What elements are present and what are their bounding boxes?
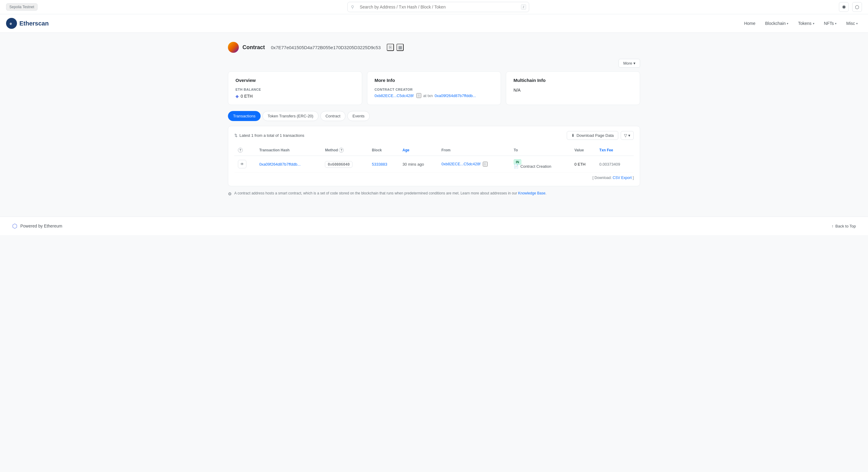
top-bar: Sepolia Testnet ⚲ / ✺ ⬡ <box>0 0 868 14</box>
more-button[interactable]: More ▾ <box>619 59 640 68</box>
knowledge-base-link[interactable]: Knowledge Base <box>518 191 546 195</box>
nav-misc[interactable]: Misc ▾ <box>842 18 862 29</box>
row-block-cell: 5333883 <box>368 156 399 173</box>
eth-balance-label: ETH BALANCE <box>236 88 354 91</box>
table-row: 👁 0xa09f264d87b7ffddb... 0x60806040 5333… <box>234 156 634 173</box>
footer: ⬡ Powered by Ethereum ↑ Back to Top <box>0 216 868 235</box>
svg-text:e: e <box>10 21 12 26</box>
tab-events[interactable]: Events <box>347 111 370 121</box>
csv-export-link[interactable]: CSV Export <box>613 176 632 180</box>
testnet-badge[interactable]: Sepolia Testnet <box>6 3 38 10</box>
table-header-row: ? Transaction Hash Method ? Block Age Fr… <box>234 145 634 156</box>
filter-button[interactable]: ▽ ▾ <box>621 131 634 140</box>
info-note-icon: ⚙ <box>228 191 232 197</box>
transactions-section: ⇅ Latest 1 from a total of 1 transaction… <box>228 126 640 186</box>
contract-creation-cell: 📄 Contract Creation <box>514 164 567 169</box>
tx-actions: ⬇ Download Page Data ▽ ▾ <box>567 131 634 140</box>
eth-icon-button[interactable]: ⬡ <box>852 2 862 12</box>
row-hash-cell: 0xa09f264d87b7ffddb... <box>255 156 321 173</box>
info-note: ⚙ A contract address hosts a smart contr… <box>228 186 640 198</box>
eth-balance-amount: 0 ETH <box>241 94 253 98</box>
copy-address-button[interactable]: ⎘ <box>387 44 394 51</box>
nav-blockchain[interactable]: Blockchain ▾ <box>761 18 793 29</box>
contract-icon: 📄 <box>514 164 519 169</box>
tab-token-transfers[interactable]: Token Transfers (ERC-20) <box>262 111 318 121</box>
contract-header: Contract 0x7E77e041505D4a772B055e170D320… <box>228 39 640 59</box>
nav-nfts[interactable]: NFTs ▾ <box>820 18 841 29</box>
row-age-cell: 30 mins ago <box>399 156 438 173</box>
csv-download-row: [ Download: CSV Export ] <box>234 173 634 181</box>
top-bar-icons: ✺ ⬡ <box>839 2 862 12</box>
tx-summary: ⇅ Latest 1 from a total of 1 transaction… <box>234 133 304 138</box>
logo[interactable]: e Etherscan <box>6 14 49 32</box>
at-txn-text: at txn <box>423 93 433 98</box>
row-eye-cell: 👁 <box>234 156 255 173</box>
more-info-title: More Info <box>375 78 494 83</box>
col-from: From <box>438 145 510 156</box>
method-help-icon[interactable]: ? <box>339 148 344 153</box>
overview-card-title: Overview <box>236 78 354 83</box>
tx-summary-text: Latest 1 from a total of 1 transactions <box>240 133 304 138</box>
creator-address-link[interactable]: 0xb82ECE...C5dc428f <box>375 93 414 98</box>
copy-creator-button[interactable]: ⎘ <box>416 93 421 98</box>
powered-by-text: Powered by Ethereum <box>20 224 62 229</box>
download-icon: ⬇ <box>571 133 575 138</box>
download-label: Download Page Data <box>577 133 614 138</box>
more-info-card: More Info CONTRACT CREATOR 0xb82ECE...C5… <box>367 71 501 105</box>
csv-label: [ Download: <box>592 176 612 180</box>
info-cards: Overview ETH BALANCE ◆ 0 ETH More Info C… <box>228 71 640 105</box>
chevron-down-icon: ▾ <box>856 22 858 25</box>
contract-address: 0x7E77e041505D4a772B055e170D3205D3225D9c… <box>271 45 381 50</box>
footer-left: ⬡ Powered by Ethereum <box>12 223 62 230</box>
copy-from-button[interactable]: ⎘ <box>483 162 488 167</box>
col-hash: Transaction Hash <box>255 145 321 156</box>
multichain-title: Multichain Info <box>514 78 632 83</box>
eth-diamond-icon: ◆ <box>236 94 239 98</box>
more-label: More <box>623 61 632 65</box>
col-method: Method ? <box>321 145 368 156</box>
col-to: To <box>510 145 571 156</box>
arrow-up-icon: ↑ <box>832 224 834 229</box>
multichain-value: N/A <box>514 88 632 92</box>
theme-toggle-button[interactable]: ✺ <box>839 2 848 12</box>
col-block: Block <box>368 145 399 156</box>
logo-icon: e <box>6 18 17 29</box>
row-value-cell: 0 ETH <box>571 156 595 173</box>
more-section: More ▾ <box>228 59 640 68</box>
tab-contract[interactable]: Contract <box>320 111 345 121</box>
filter-icon: ▽ <box>624 133 627 138</box>
back-to-top-link[interactable]: ↑ Back to Top <box>832 224 856 229</box>
chevron-down-icon: ▾ <box>835 22 836 25</box>
from-address-link[interactable]: 0xb82ECE...C5dc428f <box>441 162 480 166</box>
creator-row: 0xb82ECE...C5dc428f ⎘ at txn 0xa09f264d8… <box>375 93 494 98</box>
row-method-cell: 0x60806040 <box>321 156 368 173</box>
sort-icon: ⇅ <box>234 133 238 138</box>
header-actions: ⎘ ▦ <box>387 44 404 51</box>
eye-button[interactable]: 👁 <box>238 160 246 168</box>
search-shortcut: / <box>521 4 526 10</box>
contract-label: Contract <box>243 44 265 51</box>
transactions-table: ? Transaction Hash Method ? Block Age Fr… <box>234 145 634 173</box>
method-badge: 0x60806040 <box>325 161 352 168</box>
qr-code-button[interactable]: ▦ <box>396 44 404 51</box>
overview-card: Overview ETH BALANCE ◆ 0 ETH <box>228 71 362 105</box>
help-icon[interactable]: ? <box>238 148 243 153</box>
nav-tokens[interactable]: Tokens ▾ <box>794 18 818 29</box>
row-fee-cell: 0.00373409 <box>595 156 634 173</box>
tab-transactions[interactable]: Transactions <box>228 111 261 121</box>
nav-bar: e Etherscan Home Blockchain ▾ Tokens ▾ N… <box>0 14 868 33</box>
tx-hash-link[interactable]: 0xa09f264d87b7ffddb... <box>259 162 300 167</box>
info-note-text: A contract address hosts a smart contrac… <box>234 190 547 196</box>
tabs: Transactions Token Transfers (ERC-20) Co… <box>228 111 640 121</box>
download-page-data-button[interactable]: ⬇ Download Page Data <box>567 131 618 140</box>
back-to-top-label: Back to Top <box>835 224 856 229</box>
search-bar-container: ⚲ / <box>347 2 529 12</box>
col-value: Value <box>571 145 595 156</box>
creator-txn-link[interactable]: 0xa09f264d87b7ffddb... <box>435 93 476 98</box>
block-link[interactable]: 5333883 <box>372 162 387 167</box>
chevron-down-icon: ▾ <box>633 61 636 65</box>
multichain-info-card: Multichain Info N/A <box>506 71 640 105</box>
search-input[interactable] <box>347 2 529 12</box>
search-icon: ⚲ <box>351 4 354 9</box>
nav-home[interactable]: Home <box>740 18 760 29</box>
